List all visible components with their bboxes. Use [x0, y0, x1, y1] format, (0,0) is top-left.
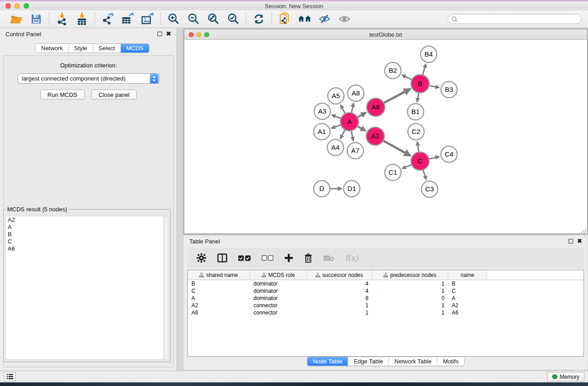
mcds-result-item[interactable]: B [6, 231, 163, 238]
edge-A-A2[interactable] [358, 126, 366, 131]
edge-C-C2[interactable] [417, 142, 419, 152]
node-D1[interactable]: D1 [344, 181, 360, 197]
edge-C-C3[interactable] [423, 170, 426, 180]
table-cell[interactable]: A [188, 295, 250, 302]
column-header-name[interactable]: name [448, 270, 487, 280]
table-cell[interactable]: 1 [372, 287, 448, 295]
table-cell[interactable]: C [448, 287, 487, 295]
select-all-checkboxes-icon[interactable] [238, 255, 251, 261]
mcds-result-item[interactable]: C [6, 238, 163, 245]
node-B[interactable]: B [411, 75, 429, 93]
table-cell[interactable]: 1 [372, 309, 448, 316]
node-A[interactable]: A [340, 113, 359, 131]
float-panel-icon[interactable] [158, 32, 162, 36]
node-D[interactable]: D [314, 181, 330, 197]
network-graph[interactable]: B4B2BB3A8A5A6A3B1AA1C2A2A4A7C4CC1DD1C3 [184, 40, 587, 234]
mcds-list-scrollbar[interactable] [164, 216, 168, 360]
node-A7[interactable]: A7 [347, 143, 363, 159]
export-image-icon[interactable] [141, 12, 154, 26]
delete-column-icon[interactable] [304, 253, 312, 263]
edge-A-A5[interactable] [340, 105, 345, 113]
hide-unhide-icon[interactable] [318, 12, 331, 26]
table-cell[interactable]: A6 [188, 309, 250, 316]
table-cell[interactable]: C [188, 287, 250, 295]
home-networks-icon[interactable] [298, 12, 311, 26]
table-cell[interactable]: 4 [307, 280, 372, 287]
import-network-icon[interactable] [55, 12, 69, 26]
table-cell[interactable]: dominator [250, 295, 307, 302]
mcds-result-list[interactable]: A2ABCA6 [5, 216, 164, 360]
node-B1[interactable]: B1 [407, 104, 424, 120]
node-B2[interactable]: B2 [385, 62, 401, 79]
tab-network-table[interactable]: Network Table [389, 357, 437, 366]
edge-A-A1[interactable] [331, 125, 341, 128]
node-A4[interactable]: A4 [327, 139, 344, 156]
search-field[interactable] [448, 14, 582, 24]
task-history-button[interactable] [4, 372, 16, 381]
export-table-icon[interactable] [121, 12, 134, 26]
table-cell[interactable]: 1 [307, 309, 372, 316]
zoom-selected-icon[interactable] [226, 12, 240, 26]
zoom-fit-icon[interactable] [206, 12, 220, 26]
function-builder-icon[interactable]: f(x) [345, 253, 358, 262]
edge-A-A3[interactable] [332, 115, 341, 119]
export-network-icon[interactable] [101, 12, 115, 26]
node-C2[interactable]: C2 [408, 124, 424, 140]
table-cell[interactable]: A2 [448, 302, 487, 309]
edge-A2-C[interactable] [383, 141, 411, 156]
open-file-icon[interactable] [10, 12, 23, 26]
table-cell[interactable]: 4 [307, 287, 372, 295]
node-B3[interactable]: B3 [441, 81, 457, 98]
table-cell[interactable]: B [188, 280, 250, 287]
node-C1[interactable]: C1 [385, 164, 401, 181]
table-row[interactable]: Bdominator41B [188, 280, 583, 287]
zoom-in-icon[interactable] [167, 12, 180, 26]
edge-A6-B[interactable] [384, 89, 411, 103]
node-A5[interactable]: A5 [328, 88, 344, 104]
tab-select[interactable]: Select [93, 44, 121, 52]
close-panel-icon[interactable]: ✖ [577, 239, 582, 243]
node-C[interactable]: C [411, 152, 429, 170]
mcds-result-item[interactable]: A2 [6, 216, 163, 224]
tab-style[interactable]: Style [69, 44, 93, 52]
memory-button[interactable]: Memory [547, 372, 584, 381]
add-column-icon[interactable] [284, 253, 293, 262]
node-A1[interactable]: A1 [314, 124, 330, 140]
edge-A-A7[interactable] [351, 131, 353, 141]
mcds-result-item[interactable]: A6 [6, 245, 163, 253]
table-cell[interactable]: A2 [188, 302, 250, 309]
mcds-result-item[interactable]: A [6, 224, 163, 231]
table-cell[interactable]: A6 [448, 309, 487, 316]
close-panel-icon[interactable]: ✖ [166, 32, 171, 36]
column-header-successor-nodes[interactable]: successor nodes [307, 270, 372, 280]
node-C3[interactable]: C3 [421, 181, 438, 197]
show-graphics-details-icon[interactable] [338, 12, 351, 26]
close-panel-button[interactable]: Close panel [91, 90, 137, 100]
table-cell[interactable]: 1 [372, 302, 448, 309]
save-session-icon[interactable] [29, 12, 43, 26]
table-cell[interactable]: 8 [307, 295, 372, 302]
table-cell[interactable]: 0 [372, 295, 448, 302]
tab-network[interactable]: Network [36, 44, 69, 52]
tab-edge-table[interactable]: Edge Table [348, 357, 389, 366]
node-A2[interactable]: A2 [366, 127, 384, 145]
zoom-out-icon[interactable] [186, 12, 200, 26]
table-cell[interactable]: connector [250, 309, 307, 316]
edge-A-A4[interactable] [340, 130, 345, 138]
import-table-icon[interactable] [75, 12, 89, 26]
column-header-predecessor-nodes[interactable]: predecessor nodes [372, 270, 448, 280]
new-session-from-network-icon[interactable] [278, 12, 292, 26]
clear-checkboxes-icon[interactable] [262, 255, 273, 261]
table-cell[interactable]: connector [250, 302, 307, 309]
split-columns-icon[interactable] [217, 253, 227, 262]
column-header-shared-name[interactable]: shared name [188, 270, 250, 280]
node-A8[interactable]: A8 [348, 85, 364, 101]
node-A3[interactable]: A3 [314, 103, 330, 119]
tab-mcds[interactable]: MCDS [121, 44, 149, 52]
window-resize-grip[interactable] [581, 228, 587, 233]
tab-motifs[interactable]: Motifs [437, 357, 464, 366]
table-cell[interactable]: A [448, 295, 487, 302]
table-row[interactable]: A2connector11A2 [188, 302, 583, 309]
edge-B-B4[interactable] [423, 64, 426, 75]
table-cell[interactable]: dominator [250, 280, 307, 287]
